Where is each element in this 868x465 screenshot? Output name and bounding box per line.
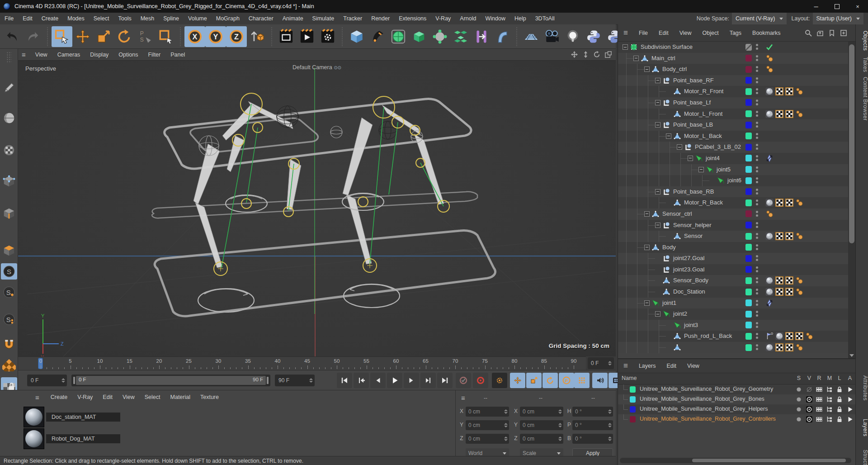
object-name[interactable]: Point_base_LB [673,121,713,128]
play-button[interactable] [387,373,402,388]
move-button[interactable] [72,26,93,47]
material-menu-v-ray[interactable]: V-Ray [72,394,98,400]
object-row[interactable]: Sensor_helper [618,220,849,231]
toolbar-grip[interactable] [6,52,12,63]
chk-tag-icon[interactable] [785,332,793,342]
layer-name[interactable]: Unitree_Mobile_Surveillance_Robot_Grey_H… [640,406,768,412]
light-button[interactable] [562,26,583,47]
layer-color-swatch[interactable] [745,144,752,151]
key-rotate-button[interactable] [542,373,558,388]
object-row[interactable]: Motor_L_Front [618,109,849,120]
viewport-menu-panel[interactable]: Panel [165,52,190,58]
object-name[interactable]: joint6 [727,177,741,184]
x-axis-button[interactable]: X [184,26,205,47]
size-x-field[interactable]: 0 cm [520,407,563,417]
visibility-dots[interactable] [756,155,758,162]
material-menu-create[interactable]: Create [46,394,73,400]
visibility-dots[interactable] [756,122,758,129]
array-button[interactable] [450,26,471,47]
layer-swatch[interactable] [630,416,636,422]
object-row[interactable]: Body [618,242,849,253]
solo-icon[interactable] [795,386,802,393]
xpresso-tag-icon[interactable] [795,288,803,298]
visibility-dots[interactable] [756,311,758,318]
visibility-dots[interactable] [756,300,758,307]
visibility-icon[interactable] [806,416,813,423]
object-name[interactable]: joint2 [673,310,687,317]
tex-tag-icon[interactable] [765,87,774,97]
object-name[interactable]: Doc_Station [673,288,705,295]
quantize-button[interactable] [1,356,17,373]
chk-tag-icon[interactable] [775,110,783,120]
menu-render[interactable]: Render [367,13,394,24]
tex-tag-icon[interactable] [765,288,774,298]
layers-scrollbar-thumb[interactable] [692,459,846,462]
material-menu-view[interactable]: View [118,394,140,400]
menu-spline[interactable]: Spline [159,13,184,24]
render-settings-button[interactable] [317,26,338,47]
viewport-burger-icon[interactable]: ≡ [18,51,30,58]
layers-menu-edit[interactable]: Edit [661,363,682,369]
layer-color-swatch[interactable] [745,277,752,284]
animation-icon[interactable] [846,386,854,393]
menu-tools[interactable]: Tools [114,13,136,24]
menu-character[interactable]: Character [244,13,278,24]
lock-icon[interactable] [836,406,843,413]
check-tag-icon[interactable] [765,43,774,53]
layer-color-swatch[interactable] [745,122,752,128]
layer-color-swatch[interactable] [745,244,752,251]
object-name[interactable]: Body_ctrl [662,66,687,72]
visibility-icon[interactable] [806,406,813,413]
view-rotate-icon[interactable] [593,51,601,58]
visibility-dots[interactable] [756,144,758,151]
key-parameter-button[interactable]: P [559,373,574,388]
chk-tag-icon[interactable] [775,87,783,97]
render-picture-button[interactable] [297,26,317,47]
object-row[interactable]: joint4 [618,153,849,164]
add-cube-button[interactable] [346,26,367,47]
animation-icon[interactable] [846,396,854,403]
layer-row[interactable]: Unitree_Mobile_Surveillance_Robot_Grey_B… [618,394,856,404]
layer-color-swatch[interactable] [745,88,752,95]
xpresso-tag-icon[interactable] [765,54,774,64]
object-row[interactable]: joint1 [618,298,849,309]
menu-edit[interactable]: Edit [18,13,37,24]
layer-color-swatch[interactable] [745,344,752,351]
object-name[interactable]: PCabel_3_LB_02 [695,143,741,150]
expand-icon[interactable] [677,144,682,150]
viewport-canvas[interactable]: Y Z X Perspective Default Camera ⊙⊙ Grid… [18,61,616,356]
polygon-mode-button[interactable] [1,242,17,259]
view-toggle-icon[interactable] [604,51,612,58]
object-row[interactable]: Point_base_RF [618,75,849,86]
object-row[interactable]: Body_ctrl [618,64,849,75]
spline-wrap-button[interactable] [471,26,492,47]
object-name[interactable]: Sensor [684,232,703,239]
range-grip-right[interactable] [267,377,269,384]
view-pan-icon[interactable] [571,51,578,58]
layer-name[interactable]: Unitree_Mobile_Surveillance_Robot_Grey_C… [640,416,776,422]
menu-create[interactable]: Create [37,13,63,24]
layer-swatch[interactable] [630,396,636,403]
visibility-dots[interactable] [756,233,758,240]
layer-name[interactable]: Unitree_Mobile_Surveillance_Robot_Grey_G… [640,386,773,392]
object-name[interactable]: joint27.Goal [673,255,704,261]
tex-tag-icon[interactable] [765,276,774,286]
visibility-dots[interactable] [756,66,758,73]
visibility-dots[interactable] [756,88,758,95]
menu-modes[interactable]: Modes [63,13,89,24]
expand-icon[interactable] [633,56,639,61]
object-row[interactable]: Point_base_RB [618,186,849,198]
material-thumbnail[interactable] [24,407,44,427]
layer-color-swatch[interactable] [745,155,752,161]
layer-color-swatch[interactable] [745,311,752,318]
layer-color-swatch[interactable] [745,255,752,262]
material-name[interactable]: Doc_station_MAT [46,413,120,422]
material-item[interactable]: Doc_station_MAT [24,407,120,427]
layer-color-swatch[interactable] [745,210,752,217]
current-frame-field[interactable]: 0 F [27,375,67,386]
convert-button[interactable] [1,80,17,96]
object-row[interactable]: Motor_R_Front [618,86,849,97]
coords-dropdown-2[interactable]: -- [591,395,595,401]
key-pla-button[interactable] [574,373,590,388]
chk-tag-icon[interactable] [775,232,783,242]
